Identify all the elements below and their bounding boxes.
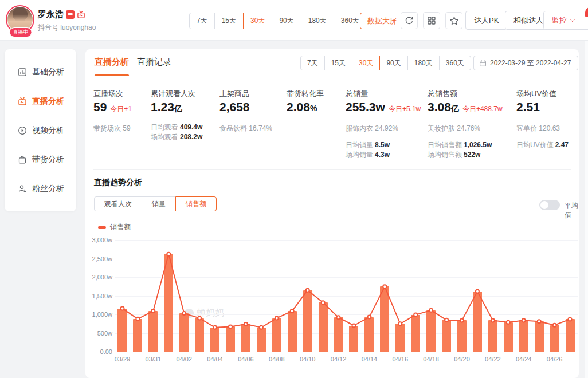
data-point[interactable]: [445, 318, 448, 322]
refresh-button[interactable]: [401, 12, 418, 29]
metric-volume-button[interactable]: 销量: [142, 196, 176, 211]
sidebar-item-basic-analysis[interactable]: 基础分析: [5, 57, 76, 86]
data-point[interactable]: [121, 307, 124, 310]
sidebar-label: 基础分析: [32, 67, 64, 77]
sidebar-item-video-analysis[interactable]: 视频分析: [5, 116, 76, 145]
data-point[interactable]: [507, 321, 510, 324]
data-point[interactable]: [491, 318, 495, 322]
header-range-15d[interactable]: 15天: [214, 13, 244, 29]
brand-badge-icon: [66, 10, 75, 19]
data-point[interactable]: [198, 317, 201, 320]
toggle-knob: [540, 201, 548, 209]
gridline: [115, 352, 578, 352]
play-circle-icon: [18, 126, 27, 135]
data-point[interactable]: [260, 326, 263, 329]
data-point[interactable]: [383, 285, 386, 288]
data-point[interactable]: [414, 313, 417, 317]
data-point[interactable]: [476, 290, 479, 293]
data-point[interactable]: [136, 317, 139, 321]
data-point[interactable]: [306, 289, 309, 292]
data-point[interactable]: [275, 317, 279, 320]
data-point[interactable]: [337, 316, 340, 319]
tab-live-analysis[interactable]: 直播分析: [95, 57, 129, 68]
data-big-screen-button[interactable]: 数据大屏: [360, 13, 405, 29]
data-point[interactable]: [213, 326, 217, 329]
card-range-7d[interactable]: 7天: [300, 56, 325, 70]
data-point[interactable]: [322, 301, 325, 304]
bar-chart-icon: [18, 68, 27, 77]
x-tick-label: 04/06: [233, 356, 258, 363]
refresh-icon: [405, 16, 414, 25]
card-range-360d[interactable]: 360天: [439, 56, 471, 70]
header-range-7d[interactable]: 7天: [189, 13, 215, 29]
data-point[interactable]: [460, 318, 464, 322]
x-tick-label: 04/22: [480, 356, 505, 363]
x-tick-label: 04/24: [511, 356, 536, 363]
metric-toggle-group: 观看人次 销量 销售额: [94, 196, 217, 211]
card-range-90d[interactable]: 90天: [379, 56, 407, 70]
expert-pk-button[interactable]: 达人PK: [465, 11, 507, 30]
metric-sales-button[interactable]: 销售额: [175, 196, 217, 211]
y-tick-label: 0.00: [100, 348, 112, 355]
sidebar-item-live-analysis[interactable]: 直播分析: [5, 86, 76, 116]
average-toggle[interactable]: [539, 200, 560, 210]
calendar-icon: [479, 60, 487, 67]
trend-line-overlay: [115, 240, 578, 352]
date-range-value: 2022-03-29 至 2022-04-27: [490, 58, 571, 68]
data-point[interactable]: [367, 316, 371, 319]
legend-label: 销售额: [110, 222, 131, 232]
data-point[interactable]: [553, 324, 556, 327]
data-point[interactable]: [182, 312, 186, 315]
header-range-30d[interactable]: 30天: [243, 13, 272, 29]
legend-swatch: [98, 226, 106, 229]
top-header: 直播中 罗永浩 抖音号 luoyonghao 7天 15天 30天 90天 18…: [0, 0, 588, 41]
douyin-account-id: 抖音号 luoyonghao: [38, 23, 96, 33]
sidebar-item-fans-analysis[interactable]: 粉丝分析: [5, 174, 76, 203]
x-tick-label: 03/31: [140, 356, 166, 363]
scrollbar[interactable]: [585, 41, 588, 378]
data-point[interactable]: [291, 309, 294, 313]
card-range-30d[interactable]: 30天: [352, 56, 380, 70]
header-range-90d[interactable]: 90天: [272, 13, 301, 29]
card-range-15d[interactable]: 15天: [324, 56, 352, 70]
data-point[interactable]: [167, 253, 170, 256]
shopping-bag-icon: [18, 155, 27, 164]
monitor-button[interactable]: 监控: [543, 11, 588, 30]
data-point[interactable]: [352, 324, 356, 328]
live-tv-icon: [77, 10, 85, 19]
tabs-row: 直播分析 直播记录 7天 15天 30天 90天 180天 360天 2022-…: [85, 49, 579, 76]
avatar[interactable]: 直播中: [6, 5, 36, 35]
stat-delta: 今日+488.7w: [462, 105, 503, 113]
compare-button[interactable]: [423, 12, 440, 29]
chevron-down-icon: [570, 18, 575, 23]
data-point[interactable]: [229, 325, 232, 328]
favorite-button[interactable]: [445, 12, 462, 29]
x-tick-label: 04/04: [202, 356, 228, 363]
data-point[interactable]: [429, 309, 433, 312]
sidebar-label: 粉丝分析: [32, 184, 64, 194]
data-point[interactable]: [522, 318, 526, 322]
tab-live-records[interactable]: 直播记录: [137, 57, 171, 68]
metric-views-button[interactable]: 观看人次: [94, 196, 142, 211]
x-tick-label: 04/10: [295, 356, 320, 363]
sidebar: 基础分析 直播分析 视频分析 带货分析 粉丝分析: [5, 49, 76, 211]
stats-row: 直播场次 59今日+1 带货场次 59 累计观看人次 1.23亿 日均观看409…: [85, 89, 579, 169]
data-point[interactable]: [244, 322, 248, 326]
stat-delta: 今日+1: [110, 105, 132, 113]
data-point[interactable]: [398, 322, 402, 325]
average-toggle-label: 平均值: [565, 201, 579, 220]
card-range-180d[interactable]: 180天: [407, 56, 440, 70]
person-icon: [18, 184, 27, 194]
y-tick-label: 3,000w: [92, 237, 112, 243]
data-point[interactable]: [569, 317, 572, 321]
sidebar-item-commerce-analysis[interactable]: 带货分析: [5, 145, 76, 174]
data-point[interactable]: [538, 320, 541, 323]
header-range-180d[interactable]: 180天: [301, 13, 334, 29]
chart-plot[interactable]: 蝉妈妈 03/2903/3104/0204/0404/0604/0804/100…: [115, 240, 578, 352]
trend-section-title: 直播趋势分析: [94, 178, 142, 188]
data-point[interactable]: [151, 309, 155, 313]
profile-name-row: 罗永浩: [38, 9, 85, 20]
main-panel: 直播分析 直播记录 7天 15天 30天 90天 180天 360天 2022-…: [85, 49, 579, 378]
date-range-picker[interactable]: 2022-03-29 至 2022-04-27: [473, 56, 578, 70]
chart-y-axis: 0.00500w1,000w1,500w2,000w2,500w3,000w: [85, 240, 112, 352]
